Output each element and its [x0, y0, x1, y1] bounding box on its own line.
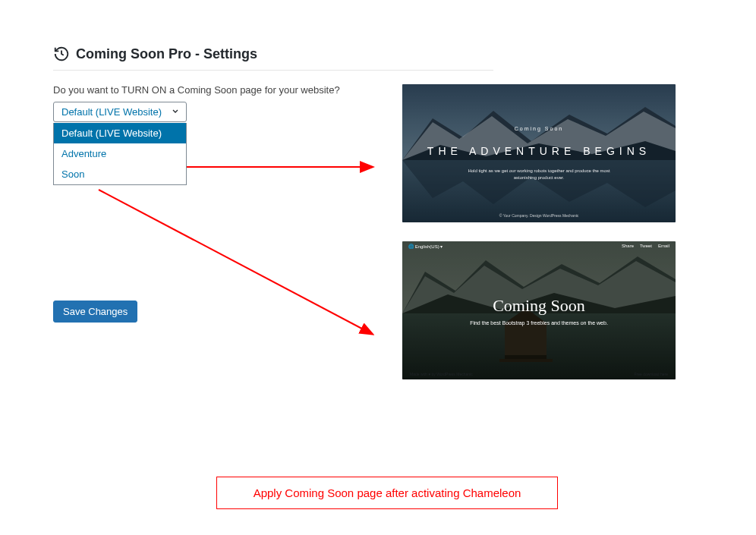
- preview1-sub: Hold tight as we get our working robots …: [463, 168, 615, 181]
- page-title: Coming Soon Pro - Settings: [76, 46, 257, 62]
- option-default[interactable]: Default (LIVE Website): [54, 123, 186, 143]
- selected-value: Default (LIVE Website): [61, 106, 162, 118]
- preview-soon: 🌐 English(US) ▾ Share Tweet Email Coming…: [402, 241, 676, 379]
- divider: [53, 70, 493, 71]
- save-button[interactable]: Save Changes: [53, 301, 137, 323]
- caption-box: Apply Coming Soon page after activating …: [216, 477, 558, 509]
- caption-text: Apply Coming Soon page after activating …: [254, 486, 521, 499]
- preview2-sub: Find the best Bootstrap 3 freebies and t…: [470, 320, 608, 326]
- option-adventure[interactable]: Adventure: [54, 143, 186, 164]
- page-header: Coming Soon Pro - Settings: [53, 46, 703, 62]
- template-select[interactable]: Default (LIVE Website) Default (LIVE Web…: [53, 102, 372, 122]
- dropdown-panel: Default (LIVE Website) Adventure Soon: [53, 123, 187, 185]
- preview2-title: Coming Soon: [493, 296, 585, 316]
- chevron-down-icon: [171, 106, 180, 118]
- preview1-footer: © Your Company. Design WordPress Mechani…: [499, 213, 579, 218]
- preview2-footer-left: Made with ♥ by WordPress Mechanic: [410, 372, 473, 376]
- preview-adventure: Coming Soon THE ADVENTURE BEGINS Hold ti…: [402, 84, 676, 222]
- question-label: Do you want to TURN ON a Coming Soon pag…: [53, 84, 372, 96]
- history-icon: [53, 46, 70, 62]
- preview1-title: THE ADVENTURE BEGINS: [427, 145, 650, 157]
- select-display[interactable]: Default (LIVE Website): [53, 102, 187, 122]
- preview1-toplabel: Coming Soon: [515, 126, 563, 131]
- option-soon[interactable]: Soon: [54, 164, 186, 184]
- preview2-footer-right: Free download here: [635, 372, 668, 376]
